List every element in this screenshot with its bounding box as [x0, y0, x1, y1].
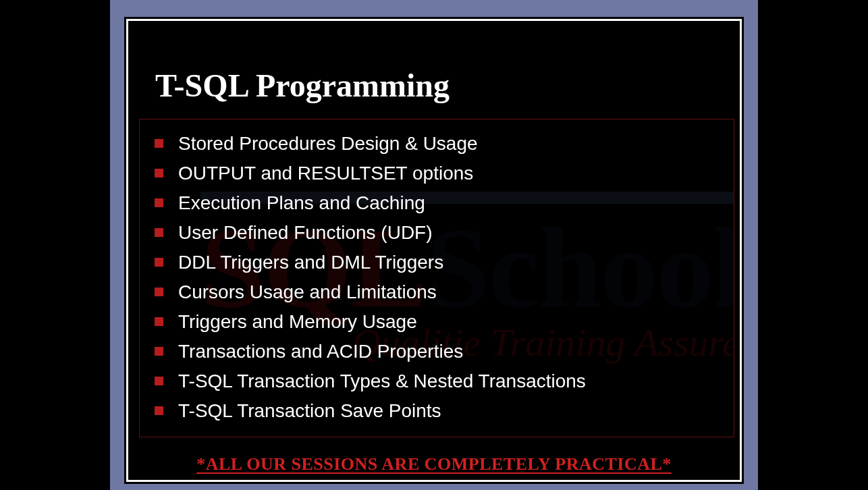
bullet-text: Stored Procedures Design & Usage: [178, 132, 478, 155]
bullet-text: Triggers and Memory Usage: [178, 310, 417, 333]
square-bullet-icon: [155, 317, 163, 326]
bullet-text: Execution Plans and Caching: [178, 191, 425, 215]
slide-title: T-SQL Programming: [134, 26, 734, 113]
bullet-text: T-SQL Transaction Types & Nested Transac…: [178, 369, 586, 393]
list-item: Triggers and Memory Usage: [155, 310, 727, 333]
slide-border: T-SQL Programming SQLSchool Qualitie Tra…: [126, 19, 742, 482]
bullet-list: Stored Procedures Design & Usage OUTPUT …: [155, 132, 727, 423]
square-bullet-icon: [155, 198, 163, 207]
bullet-text: DDL Triggers and DML Triggers: [178, 250, 443, 274]
list-item: Stored Procedures Design & Usage: [155, 132, 727, 155]
slide-body: T-SQL Programming SQLSchool Qualitie Tra…: [134, 26, 734, 474]
square-bullet-icon: [155, 258, 163, 267]
square-bullet-icon: [155, 139, 163, 148]
slide-outer-frame: T-SQL Programming SQLSchool Qualitie Tra…: [110, 0, 758, 490]
bullet-text: Transactions and ACID Properties: [178, 339, 463, 363]
square-bullet-icon: [155, 406, 163, 415]
content-box: SQLSchool Qualitie Training Assured Stor…: [139, 119, 734, 437]
bullet-text: Cursors Usage and Limitations: [178, 280, 437, 304]
footer-note: *ALL OUR SESSIONS ARE COMPLETELY PRACTIC…: [134, 454, 734, 474]
list-item: Cursors Usage and Limitations: [155, 280, 727, 304]
list-item: T-SQL Transaction Types & Nested Transac…: [155, 369, 727, 393]
square-bullet-icon: [155, 288, 163, 296]
list-item: User Defined Functions (UDF): [155, 221, 727, 244]
bullet-text: OUTPUT and RESULTSET options: [178, 161, 473, 185]
list-item: OUTPUT and RESULTSET options: [155, 161, 727, 185]
list-item: Execution Plans and Caching: [155, 191, 727, 215]
square-bullet-icon: [155, 377, 163, 385]
list-item: DDL Triggers and DML Triggers: [155, 250, 727, 274]
square-bullet-icon: [155, 169, 163, 178]
bullet-text: User Defined Functions (UDF): [178, 221, 433, 244]
list-item: Transactions and ACID Properties: [155, 339, 727, 363]
list-item: T-SQL Transaction Save Points: [155, 399, 727, 423]
bullet-text: T-SQL Transaction Save Points: [178, 399, 441, 423]
square-bullet-icon: [155, 228, 163, 237]
square-bullet-icon: [155, 347, 163, 356]
